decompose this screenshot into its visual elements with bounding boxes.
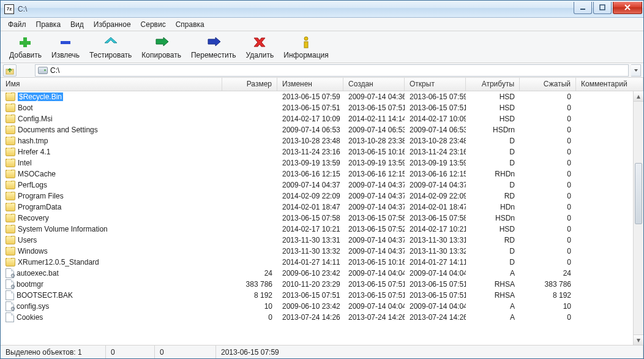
up-button[interactable] xyxy=(3,64,17,77)
col-opened[interactable]: Открыт xyxy=(405,78,466,91)
col-size[interactable]: Размер xyxy=(222,78,277,91)
file-icon xyxy=(6,279,14,289)
scroll-thumb[interactable] xyxy=(635,163,642,224)
copy-icon xyxy=(154,35,170,50)
list-row[interactable]: Users2013-11-30 13:312009-07-14 04:37201… xyxy=(1,235,633,246)
row-attr: RD xyxy=(466,236,520,244)
row-attr: HSD xyxy=(466,104,520,112)
menu-справка[interactable]: Справка xyxy=(171,19,209,30)
list-row[interactable]: Cookies02013-07-24 14:262013-07-24 14:26… xyxy=(1,312,633,323)
row-name: autoexec.bat xyxy=(17,269,59,278)
row-created: 2009-07-14 04:04 xyxy=(343,269,405,278)
file-list[interactable]: $Recycle.Bin2013-06-15 07:592009-07-14 0… xyxy=(1,91,633,345)
row-name: Program Files xyxy=(18,192,64,200)
col-compressed[interactable]: Сжатый xyxy=(520,78,576,91)
titlebar[interactable]: 7z C:\ xyxy=(1,1,643,18)
list-row[interactable]: Documents and Settings2009-07-14 06:5320… xyxy=(1,124,633,135)
list-row[interactable]: ProgramData2014-02-01 18:472009-07-14 04… xyxy=(1,202,633,213)
list-row[interactable]: Windows2013-11-30 13:322009-07-14 04:372… xyxy=(1,246,633,257)
menu-сервис[interactable]: Сервис xyxy=(136,19,171,30)
tool-move-button[interactable]: Переместить xyxy=(186,34,241,61)
address-field[interactable]: C:\ xyxy=(35,64,629,77)
row-attr: RHSA xyxy=(466,291,520,300)
menu-вид[interactable]: Вид xyxy=(66,19,89,30)
col-comment[interactable]: Комментарий xyxy=(576,78,643,91)
list-row[interactable]: XRumer12.0.5_Standard2014-01-27 14:11201… xyxy=(1,257,633,268)
list-row[interactable]: bootmgr383 7862010-11-20 23:292013-06-15… xyxy=(1,279,633,290)
row-opened: 2014-02-17 10:21 xyxy=(405,225,466,233)
row-attr: D xyxy=(466,137,520,145)
row-opened: 2013-10-28 23:48 xyxy=(405,137,466,145)
row-created: 2009-07-14 04:37 xyxy=(343,203,405,211)
list-row[interactable]: Config.Msi2014-02-17 10:092014-02-11 14:… xyxy=(1,113,633,124)
scroll-down-arrow[interactable]: ▾ xyxy=(634,334,643,345)
list-row[interactable]: Program Files2014-02-09 22:092009-07-14 … xyxy=(1,191,633,202)
row-compressed: 0 xyxy=(520,247,576,255)
row-modified: 2013-06-15 07:59 xyxy=(277,93,343,101)
row-created: 2009-07-14 04:37 xyxy=(343,247,405,255)
row-name: MSOCache xyxy=(18,170,56,178)
row-opened: 2013-06-15 07:58 xyxy=(405,214,466,222)
col-created[interactable]: Создан xyxy=(343,78,405,91)
menu-правка[interactable]: Правка xyxy=(31,19,66,30)
row-modified: 2009-07-14 06:53 xyxy=(277,126,343,134)
vertical-scrollbar[interactable]: ▴ ▾ xyxy=(633,91,643,345)
folder-icon xyxy=(6,225,15,233)
col-attributes[interactable]: Атрибуты xyxy=(466,78,520,91)
list-row[interactable]: Recovery2013-06-15 07:582013-06-15 07:58… xyxy=(1,213,633,224)
row-compressed: 0 xyxy=(520,148,576,156)
row-created: 2009-07-14 04:37 xyxy=(343,236,405,244)
folder-icon xyxy=(6,181,15,189)
col-modified[interactable]: Изменен xyxy=(277,78,343,91)
tool-test-button[interactable]: Тестировать xyxy=(84,34,137,61)
tool-extract-button[interactable]: Извлечь xyxy=(47,34,84,61)
file-list-container: $Recycle.Bin2013-06-15 07:592009-07-14 0… xyxy=(1,91,643,345)
list-row[interactable]: Boot2013-06-15 07:512013-06-15 07:512013… xyxy=(1,102,633,113)
svg-rect-6 xyxy=(304,42,308,48)
folder-icon xyxy=(6,137,15,145)
list-row[interactable]: BOOTSECT.BAK8 1922013-06-15 07:512013-06… xyxy=(1,290,633,301)
row-modified: 2013-07-24 14:26 xyxy=(277,313,343,322)
address-dropdown[interactable] xyxy=(631,64,641,77)
row-compressed: 0 xyxy=(520,159,576,167)
row-modified: 2009-06-10 23:42 xyxy=(277,269,343,278)
row-opened: 2009-07-14 04:37 xyxy=(405,181,466,189)
row-created: 2013-06-16 12:15 xyxy=(343,170,405,178)
list-row[interactable]: hash.tmp2013-10-28 23:482013-10-28 23:38… xyxy=(1,135,633,146)
tool-info-button[interactable]: Информация xyxy=(279,34,333,61)
row-opened: 2013-11-30 13:32 xyxy=(405,247,466,255)
row-compressed: 0 xyxy=(520,313,576,322)
minimize-button[interactable] xyxy=(574,2,592,14)
close-button[interactable] xyxy=(613,2,642,14)
row-size: 0 xyxy=(222,313,277,322)
row-name: Windows xyxy=(18,247,48,255)
row-attr: D xyxy=(466,159,520,167)
move-icon xyxy=(206,35,222,50)
col-name[interactable]: Имя xyxy=(1,78,222,91)
folder-icon xyxy=(6,126,15,134)
scroll-up-arrow[interactable]: ▴ xyxy=(634,91,643,102)
list-row[interactable]: config.sys102009-06-10 23:422009-07-14 0… xyxy=(1,301,633,312)
list-row[interactable]: autoexec.bat242009-06-10 23:422009-07-14… xyxy=(1,268,633,279)
list-row[interactable]: Intel2013-09-19 13:592013-09-19 13:59201… xyxy=(1,157,633,168)
scroll-track[interactable] xyxy=(634,102,643,334)
list-row[interactable]: PerfLogs2009-07-14 04:372009-07-14 04:37… xyxy=(1,180,633,191)
menu-избранное[interactable]: Избранное xyxy=(89,19,136,30)
row-modified: 2014-02-17 10:09 xyxy=(277,115,343,123)
row-name: Hrefer 4.1 xyxy=(18,148,50,156)
list-row[interactable]: $Recycle.Bin2013-06-15 07:592009-07-14 0… xyxy=(1,91,633,102)
tool-add-button[interactable]: Добавить xyxy=(4,34,47,61)
folder-icon xyxy=(6,159,15,167)
row-compressed: 0 xyxy=(520,170,576,178)
list-row[interactable]: System Volume Information2014-02-17 10:2… xyxy=(1,224,633,235)
folder-icon xyxy=(6,93,15,101)
tool-delete-button[interactable]: Удалить xyxy=(241,34,279,61)
menu-файл[interactable]: Файл xyxy=(3,19,31,30)
row-name: ProgramData xyxy=(18,203,61,211)
list-row[interactable]: MSOCache2013-06-16 12:152013-06-16 12:15… xyxy=(1,168,633,180)
maximize-button[interactable] xyxy=(593,2,612,14)
tool-copy-button[interactable]: Копировать xyxy=(137,34,186,61)
list-row[interactable]: Hrefer 4.12013-11-24 23:162013-06-15 10:… xyxy=(1,146,633,157)
row-modified: 2013-06-15 07:51 xyxy=(277,291,343,300)
column-headers: Имя Размер Изменен Создан Открыт Атрибут… xyxy=(1,78,643,91)
